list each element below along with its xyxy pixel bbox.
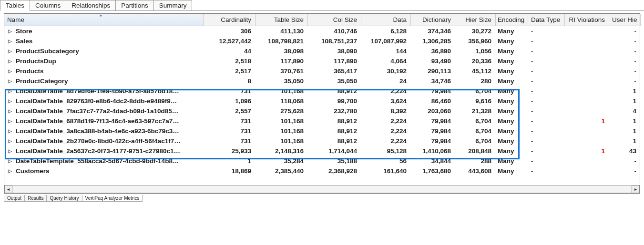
table-row[interactable]: ▷Store306411,130410,7466,128374,34630,27… <box>4 26 640 36</box>
expand-icon[interactable]: ▷ <box>8 39 13 44</box>
cell-user-hier: - <box>609 36 641 46</box>
expand-icon[interactable]: ▷ <box>8 69 13 74</box>
cell-col-size: 365,417 <box>308 66 361 76</box>
cell-table-size: 108,798,821 <box>256 36 308 46</box>
expand-icon[interactable]: ▷ <box>8 98 13 104</box>
cell-encoding: Many <box>496 86 528 96</box>
cell-data-type: - <box>528 166 565 176</box>
cell-dictionary: 79,984 <box>411 116 455 126</box>
col-header-dictionary[interactable]: Dictionary <box>411 14 455 26</box>
bottom-tabs: OutputResultsQuery HistoryVertiPaq Analy… <box>4 195 644 202</box>
top-tab-relationships[interactable]: Relationships <box>66 0 116 10</box>
expand-icon[interactable]: ▷ <box>8 78 13 84</box>
table-row[interactable]: ▷LocalDateTable_6878d1f9-7f13-46c4-ae63-… <box>4 116 640 126</box>
cell-hier-size: 356,960 <box>455 36 496 46</box>
bottom-tab-results[interactable]: Results <box>24 195 47 202</box>
col-header-encoding[interactable]: Encoding <box>496 14 528 26</box>
cell-name: ▷LocalDateTable_2b270e0c-8bd0-422c-a4ff-… <box>4 136 204 146</box>
scroll-track[interactable] <box>12 185 632 193</box>
table-row[interactable]: ▷LocalDateTable_2b270e0c-8bd0-422c-a4ff-… <box>4 136 640 146</box>
table-row[interactable]: ▷ProductCategory835,05035,0502434,746280… <box>4 76 640 86</box>
col-header-cardinality[interactable]: Cardinality <box>204 14 256 26</box>
cell-user-hier: - <box>609 76 641 86</box>
col-header-data[interactable]: Data <box>361 14 411 26</box>
table-row[interactable]: ▷LocalDateTable_2a5637c2-0f73-4177-9751-… <box>4 146 640 156</box>
cell-name: ▷Sales <box>4 36 204 46</box>
row-name-label: LocalDateTable_3a8ca388-b4ab-4e6c-a923-6… <box>16 127 179 135</box>
table-row[interactable]: ▷LocalDateTable_3a8ca388-b4ab-4e6c-a923-… <box>4 126 640 136</box>
table-row[interactable]: ▷ProductSubcategory4438,09838,09014436,8… <box>4 46 640 56</box>
col-header-col-size[interactable]: Col Size <box>308 14 361 26</box>
expand-icon[interactable]: ▷ <box>8 138 13 144</box>
cell-name: ▷ProductSubcategory <box>4 46 204 56</box>
cell-dictionary: 79,984 <box>411 126 455 136</box>
cell-user-hier: 1 <box>609 96 641 106</box>
expand-icon[interactable]: ▷ <box>8 118 13 124</box>
scroll-right-arrow-icon[interactable]: ▸ <box>632 185 640 193</box>
cell-user-hier: 4 <box>609 106 641 116</box>
scroll-left-arrow-icon[interactable]: ◂ <box>4 185 12 193</box>
cell-user-hier: - <box>609 26 641 36</box>
bottom-tab-query-history[interactable]: Query History <box>46 195 82 202</box>
row-name-label: LocalDateTable_8d79df6e-1fea-4b90-a75f-a… <box>16 88 179 95</box>
cell-table-size: 117,890 <box>256 56 308 66</box>
cell-cardinality: 1,096 <box>204 96 256 106</box>
cell-dictionary: 93,490 <box>411 56 455 66</box>
table-row[interactable]: ▷LocalDateTable_7fac37c7-77a2-4dad-b09d-… <box>4 106 640 116</box>
cell-name: ▷Store <box>4 26 204 36</box>
cell-ri-violations <box>565 66 609 76</box>
cell-col-size: 1,714,044 <box>308 146 361 156</box>
cell-cardinality: 731 <box>204 136 256 146</box>
expand-icon[interactable]: ▷ <box>8 108 13 114</box>
cell-name: ▷DateTableTemplate_558acca2-5d67-4cbd-9b… <box>4 156 204 166</box>
cell-encoding: Many <box>496 156 528 166</box>
top-tab-columns[interactable]: Columns <box>30 0 66 10</box>
cell-cardinality: 12,527,442 <box>204 36 256 46</box>
expand-icon[interactable]: ▷ <box>8 148 13 154</box>
cell-cardinality: 731 <box>204 86 256 96</box>
cell-data-type: - <box>528 116 565 126</box>
cell-ri-violations: 1 <box>565 116 609 126</box>
col-header-data-type[interactable]: Data Type <box>528 14 565 26</box>
bottom-tab-output[interactable]: Output <box>4 195 25 202</box>
col-header-table-size[interactable]: Table Size <box>256 14 308 26</box>
table-row[interactable]: ▷ProductsDup2,518117,890117,8904,06493,4… <box>4 56 640 66</box>
cell-encoding: Many <box>496 66 528 76</box>
table-row[interactable]: ▷LocalDateTable_8d79df6e-1fea-4b90-a75f-… <box>4 86 640 96</box>
expand-icon[interactable]: ▷ <box>8 158 13 164</box>
col-header-name-label: Name <box>7 16 24 23</box>
expand-icon[interactable]: ▷ <box>8 128 13 134</box>
cell-dictionary: 86,460 <box>411 96 455 106</box>
horizontal-scrollbar[interactable]: ◂ ▸ <box>4 185 640 193</box>
row-name-label: Customers <box>16 167 50 175</box>
col-header-user-hier[interactable]: User Hie <box>609 14 641 26</box>
cell-col-size: 232,780 <box>308 106 361 116</box>
expand-icon[interactable]: ▷ <box>8 49 13 54</box>
table-row[interactable]: ▷Products2,517370,761365,41730,192290,11… <box>4 66 640 76</box>
expand-icon[interactable]: ▷ <box>8 29 13 34</box>
table-row[interactable]: ▷LocalDateTable_829763f0-e8b6-4dc2-8ddb-… <box>4 96 640 106</box>
col-header-name[interactable]: Name ▾ <box>4 14 204 26</box>
col-header-ri-violations[interactable]: RI Violations <box>565 14 609 26</box>
cell-encoding: Many <box>496 76 528 86</box>
bottom-tab-vertipaq-analyzer-metrics[interactable]: VertiPaq Analyzer Metrics <box>82 195 143 202</box>
top-tab-partitions[interactable]: Partitions <box>115 0 153 10</box>
top-tab-tables[interactable]: Tables <box>0 0 30 11</box>
table-row[interactable]: ▷Sales12,527,442108,798,821108,751,23710… <box>4 36 640 46</box>
top-tab-summary[interactable]: Summary <box>153 0 193 10</box>
cell-data: 6,128 <box>361 26 411 36</box>
table-row[interactable]: ▷Customers18,8692,385,4402,368,928161,64… <box>4 166 640 176</box>
table-row[interactable]: ▷DateTableTemplate_558acca2-5d67-4cbd-9b… <box>4 156 640 166</box>
expand-icon[interactable]: ▷ <box>8 88 13 94</box>
cell-data-type: - <box>528 106 565 116</box>
cell-ri-violations <box>565 56 609 66</box>
cell-ri-violations <box>565 106 609 116</box>
cell-data: 8,392 <box>361 106 411 116</box>
expand-icon[interactable]: ▷ <box>8 168 13 174</box>
row-name-label: Store <box>16 28 32 35</box>
cell-name: ▷LocalDateTable_3a8ca388-b4ab-4e6c-a923-… <box>4 126 204 136</box>
col-header-hier-size[interactable]: Hier Size <box>455 14 496 26</box>
cell-encoding: Many <box>496 36 528 46</box>
row-name-label: LocalDateTable_2a5637c2-0f73-4177-9751-c… <box>16 147 180 155</box>
expand-icon[interactable]: ▷ <box>8 59 13 64</box>
